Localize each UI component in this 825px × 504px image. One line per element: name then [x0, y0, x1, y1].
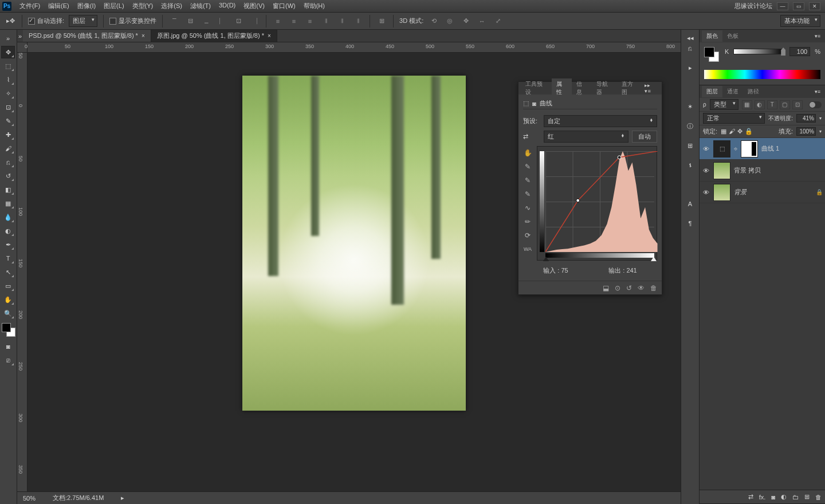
blur-tool[interactable]: 💧: [1, 211, 15, 223]
white-point-slider[interactable]: [651, 257, 657, 261]
visibility-icon[interactable]: 👁: [702, 188, 710, 196]
orbit-3d-icon[interactable]: ⟲: [428, 15, 439, 27]
collapse-arrow-icon[interactable]: ◂◂: [685, 32, 696, 44]
k-slider[interactable]: [733, 49, 785, 54]
menu-filter[interactable]: 滤镜(T): [187, 1, 214, 11]
quickmask-tool[interactable]: ◙: [1, 340, 15, 353]
color-spectrum[interactable]: [704, 70, 820, 79]
menu-image[interactable]: 图像(I): [74, 1, 99, 11]
slide-3d-icon[interactable]: ↔: [476, 15, 488, 27]
scale-3d-icon[interactable]: ⤢: [492, 15, 504, 27]
layer-row[interactable]: 👁 背景 拷贝: [700, 160, 825, 182]
mask-thumb[interactable]: [741, 140, 758, 158]
curve-draw-icon[interactable]: ✏: [523, 217, 532, 226]
zoom-tool[interactable]: 🔍: [1, 307, 15, 320]
panel-collapse-icon[interactable]: ▸▸ ▾≡: [642, 82, 659, 94]
adjustment-thumb[interactable]: ⬚: [713, 140, 730, 158]
fx-icon[interactable]: fx.: [759, 494, 766, 501]
targeted-adj-icon[interactable]: ✋: [523, 148, 532, 158]
layer-row[interactable]: 👁 ⬚ ⎆ 曲线 1: [700, 138, 825, 160]
shape-tool[interactable]: ▭: [1, 279, 15, 292]
wand-tool[interactable]: ✧: [1, 87, 15, 100]
menu-edit[interactable]: 编辑(E): [45, 1, 73, 11]
tab-channels[interactable]: 通道: [722, 86, 743, 97]
panel-menu-icon[interactable]: ▾≡: [812, 89, 823, 94]
menu-layer[interactable]: 图层(L): [100, 1, 127, 11]
menu-view[interactable]: 视图(V): [240, 1, 268, 11]
auto-align-icon[interactable]: ⊞: [376, 15, 387, 27]
auto-select-check[interactable]: 自动选择:: [28, 17, 64, 25]
stamp-tool[interactable]: ⎌: [1, 156, 15, 168]
curve-input-value[interactable]: 75: [561, 267, 568, 274]
char-panel-icon[interactable]: A: [685, 198, 696, 210]
filter-text-icon[interactable]: T: [767, 100, 777, 109]
roll-3d-icon[interactable]: ◎: [444, 15, 455, 27]
expand-tool-icon[interactable]: »: [1, 32, 15, 45]
layer-thumb[interactable]: [713, 184, 730, 201]
fg-bg-swatch[interactable]: [704, 47, 719, 62]
clip-icon[interactable]: WA: [523, 245, 532, 254]
close-icon[interactable]: ×: [142, 33, 145, 39]
black-point-slider[interactable]: [543, 257, 549, 261]
info-panel-icon[interactable]: ⓘ: [685, 120, 696, 132]
reset-icon[interactable]: ↺: [626, 284, 632, 292]
auto-select-target[interactable]: 图层: [69, 15, 97, 27]
menu-window[interactable]: 窗口(W): [269, 1, 299, 11]
layer-name[interactable]: 曲线 1: [761, 144, 823, 153]
brush-tool[interactable]: 🖌: [1, 142, 15, 155]
align-right-icon[interactable]: ⎹: [249, 15, 260, 27]
sample-black-icon[interactable]: ✎: [523, 162, 532, 171]
menu-help[interactable]: 帮助(H): [300, 1, 328, 11]
actions-panel-icon[interactable]: ▸: [685, 62, 696, 73]
hand-tool[interactable]: ✋: [1, 293, 15, 306]
ruler-horizontal[interactable]: 0501001502002503003504004505005506006507…: [28, 42, 681, 53]
marquee-tool[interactable]: ⬚: [1, 60, 15, 72]
curve-output-value[interactable]: 241: [626, 267, 637, 274]
filter-smart-icon[interactable]: ⊡: [792, 100, 803, 109]
prev-state-icon[interactable]: ⊙: [615, 284, 620, 292]
color-swatch[interactable]: [2, 323, 15, 337]
minimize-button[interactable]: —: [777, 2, 788, 10]
mask-icon[interactable]: ◙: [771, 494, 775, 501]
doc-size[interactable]: 文档:2.75M/6.41M: [53, 494, 104, 502]
sample-white-icon[interactable]: ✎: [523, 190, 532, 199]
screenmode-tool[interactable]: ⎚: [1, 354, 15, 367]
pan-3d-icon[interactable]: ✥: [460, 15, 472, 27]
dist-bottom-icon[interactable]: ≡: [304, 15, 316, 27]
tab-paths[interactable]: 路径: [743, 86, 764, 97]
group-icon[interactable]: 🗀: [792, 494, 799, 501]
dist-vmid-icon[interactable]: ≡: [288, 15, 300, 27]
dist-hmid-icon[interactable]: ⫴: [336, 15, 348, 27]
align-left-icon[interactable]: ⎸: [217, 15, 228, 27]
align-bottom-icon[interactable]: ⎽: [201, 15, 212, 27]
sample-gray-icon[interactable]: ✎: [523, 176, 532, 185]
text-tool[interactable]: T: [1, 252, 15, 265]
pen-tool[interactable]: ✒: [1, 238, 15, 251]
tab-layers[interactable]: 图层: [702, 86, 722, 97]
toggle-visibility-icon[interactable]: 👁: [638, 284, 645, 292]
opacity-input[interactable]: 41%: [796, 114, 816, 123]
curves-graph[interactable]: [537, 146, 657, 261]
menu-file[interactable]: 文件(F): [16, 1, 44, 11]
new-layer-icon[interactable]: ⊞: [804, 493, 810, 501]
menu-3d[interactable]: 3D(D): [215, 1, 239, 11]
fill-input[interactable]: 100%: [796, 127, 816, 136]
fill-dropdown-icon[interactable]: ▾: [819, 129, 822, 134]
align-hmid-icon[interactable]: ⊡: [233, 15, 244, 27]
history-panel-icon[interactable]: ⎌: [685, 42, 696, 54]
align-top-icon[interactable]: ⎺: [168, 15, 180, 27]
layer-name[interactable]: 背景: [734, 188, 812, 196]
opacity-dropdown-icon[interactable]: ▾: [819, 116, 822, 121]
filter-toggle[interactable]: [809, 101, 822, 108]
tab-color[interactable]: 颜色: [702, 30, 722, 42]
status-arrow-icon[interactable]: ▸: [121, 494, 124, 502]
k-value[interactable]: 100: [789, 47, 810, 56]
lock-all-icon[interactable]: 🔒: [745, 128, 753, 135]
close-button[interactable]: ✕: [809, 2, 820, 10]
show-transform-check[interactable]: 显示变换控件: [109, 17, 156, 25]
heal-tool[interactable]: ✚: [1, 128, 15, 141]
dodge-tool[interactable]: ◐: [1, 225, 15, 237]
panel-menu-icon[interactable]: ▾≡: [812, 33, 823, 39]
history-brush-tool[interactable]: ↺: [1, 170, 15, 182]
eyedropper-tool[interactable]: ✎: [1, 115, 15, 127]
